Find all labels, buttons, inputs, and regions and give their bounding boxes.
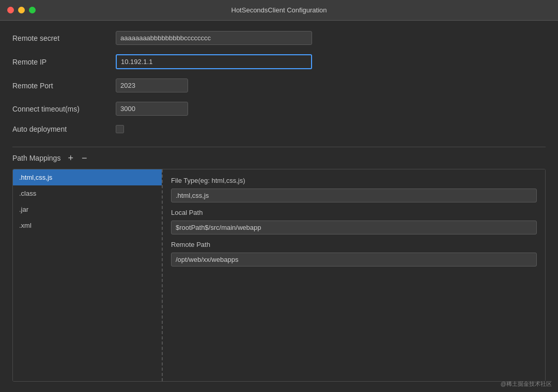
file-type-input[interactable] (171, 189, 537, 202)
list-item[interactable]: .jar (13, 201, 162, 217)
remote-secret-input[interactable] (116, 31, 312, 45)
path-mappings-body: .html,css,js .class .jar .xml File Type(… (12, 169, 546, 382)
path-mappings-label: Path Mappings (12, 154, 60, 162)
main-wrapper: Remote secret Remote IP Remote Port Conn… (0, 21, 558, 392)
close-button[interactable] (7, 7, 14, 13)
title-bar: HotSecondsClient Configuration (0, 0, 558, 21)
remote-ip-label: Remote IP (12, 58, 116, 66)
list-item[interactable]: .xml (13, 217, 162, 233)
content-area: Remote secret Remote IP Remote Port Conn… (0, 21, 558, 392)
file-list: .html,css,js .class .jar .xml (13, 169, 163, 381)
remote-ip-input[interactable] (116, 54, 312, 69)
remote-path-input[interactable] (171, 253, 537, 266)
minimize-button[interactable] (18, 7, 25, 13)
detail-panel: File Type(eg: html,css,js) Local Path Re… (163, 169, 545, 381)
section-divider (12, 147, 546, 147)
auto-deployment-checkbox[interactable] (116, 125, 124, 133)
remote-ip-row: Remote IP (12, 54, 546, 69)
maximize-button[interactable] (29, 7, 36, 13)
remote-secret-label: Remote secret (12, 34, 116, 42)
watermark: @稀土掘金技术社区 (501, 380, 552, 388)
remote-port-label: Remote Port (12, 82, 116, 90)
remote-path-label: Remote Path (171, 241, 537, 248)
connect-timeout-input[interactable] (116, 102, 188, 116)
auto-deployment-row: Auto deployment (12, 125, 546, 133)
file-type-label: File Type(eg: html,css,js) (171, 177, 537, 184)
connect-timeout-row: Connect timeout(ms) (12, 102, 546, 116)
list-item[interactable]: .html,css,js (13, 169, 162, 185)
remote-port-row: Remote Port (12, 79, 546, 92)
remote-secret-row: Remote secret (12, 31, 546, 45)
path-mappings-header: Path Mappings + − (12, 153, 546, 163)
remove-mapping-button[interactable]: − (81, 153, 88, 163)
auto-deployment-label: Auto deployment (12, 125, 116, 133)
local-path-label: Local Path (171, 209, 537, 216)
local-path-input[interactable] (171, 221, 537, 234)
connect-timeout-label: Connect timeout(ms) (12, 105, 116, 113)
list-item[interactable]: .class (13, 185, 162, 201)
window-title: HotSecondsClient Configuration (231, 6, 327, 14)
remote-port-input[interactable] (116, 79, 188, 92)
add-mapping-button[interactable]: + (67, 153, 74, 163)
window-controls (7, 7, 36, 13)
